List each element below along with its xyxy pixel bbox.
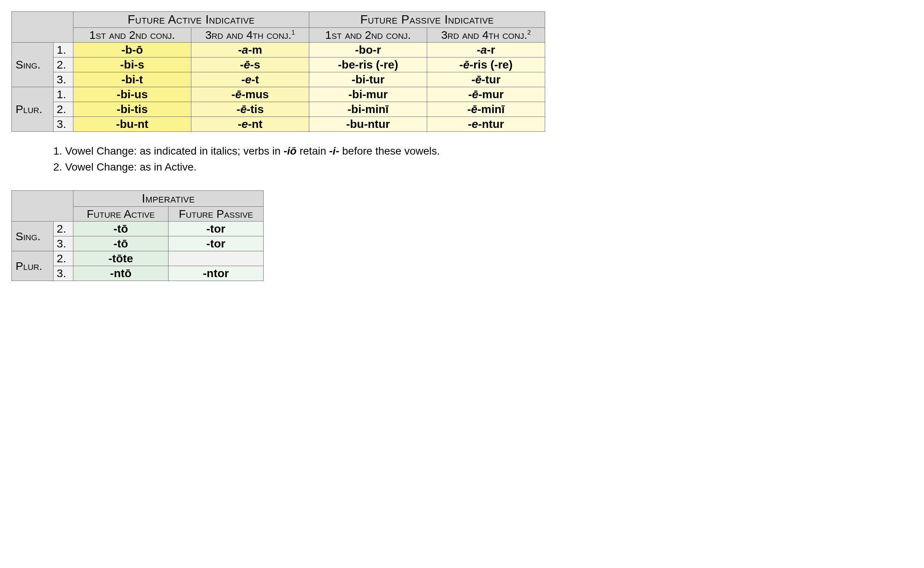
person-num: 3. xyxy=(54,266,73,281)
cell-passive-12: -bi-tur xyxy=(309,72,427,87)
imperative-table: Imperative Future Active Future Passive … xyxy=(11,190,264,281)
subheader-passive-34: 3rd and 4th conj.2 xyxy=(427,28,545,43)
cell-active-12: -bi-s xyxy=(73,57,191,72)
cell-imp-passive: -ntor xyxy=(169,266,264,281)
cell-imp-active: -tō xyxy=(73,222,169,236)
cell-passive-12: -bi-mur xyxy=(309,87,427,102)
row-plur-2: Plur. 2. -tōte xyxy=(12,251,264,266)
side-plur: Plur. xyxy=(12,87,54,132)
subheader-active-12: 1st and 2nd conj. xyxy=(73,28,191,43)
cell-passive-34: -ē-mur xyxy=(427,87,545,102)
cell-active-12: -bi-us xyxy=(73,87,191,102)
cell-imp-active: -ntō xyxy=(73,266,169,281)
cell-imp-passive: -tor xyxy=(169,236,264,251)
cell-active-34: -ē-s xyxy=(191,57,309,72)
row-sing-1: Sing. 1. -b-ō -a-m -bo-r -a-r xyxy=(12,43,545,57)
row-plur-3: 3. -bu-nt -e-nt -bu-ntur -e-ntur xyxy=(12,117,545,132)
subheader-passive-12: 1st and 2nd conj. xyxy=(309,28,427,43)
cell-passive-12: -bi-minī xyxy=(309,102,427,117)
header-passive: Future Passive Indicative xyxy=(309,12,545,28)
future-indicative-table: Future Active Indicative Future Passive … xyxy=(11,11,545,132)
row-sing-2: 2. -bi-s -ē-s -be-ris (-re) -ē-ris (-re) xyxy=(12,57,545,72)
cell-passive-12: -bo-r xyxy=(309,43,427,57)
person-num: 2. xyxy=(54,102,73,117)
cell-imp-passive: -tor xyxy=(169,222,264,236)
cell-passive-12: -be-ris (-re) xyxy=(309,57,427,72)
footnotes: 1. Vowel Change: as indicated in italics… xyxy=(53,143,913,175)
cell-active-12: -b-ō xyxy=(73,43,191,57)
person-num: 2. xyxy=(54,57,73,72)
row-sing-2: Sing. 2. -tō -tor xyxy=(12,222,264,236)
header-active: Future Active Indicative xyxy=(73,12,309,28)
cell-active-12: -bi-tis xyxy=(73,102,191,117)
person-num: 1. xyxy=(54,43,73,57)
cell-passive-34: -a-r xyxy=(427,43,545,57)
cell-active-34: -ē-tis xyxy=(191,102,309,117)
subheader-imp-passive: Future Passive xyxy=(169,207,264,222)
footnote-1: 1. Vowel Change: as indicated in italics… xyxy=(53,143,913,159)
cell-imp-active: -tō xyxy=(73,236,169,251)
person-num: 3. xyxy=(54,117,73,132)
side-sing: Sing. xyxy=(12,43,54,87)
cell-passive-34: -ē-tur xyxy=(427,72,545,87)
cell-passive-34: -ē-minī xyxy=(427,102,545,117)
subheader-active-34: 3rd and 4th conj.1 xyxy=(191,28,309,43)
footnote-2: 2. Vowel Change: as in Active. xyxy=(53,159,913,175)
subheader-imp-active: Future Active xyxy=(73,207,169,222)
cell-active-34: -ē-mus xyxy=(191,87,309,102)
cell-passive-34: -ē-ris (-re) xyxy=(427,57,545,72)
cell-passive-12: -bu-ntur xyxy=(309,117,427,132)
cell-passive-34: -e-ntur xyxy=(427,117,545,132)
cell-imp-active: -tōte xyxy=(73,251,169,266)
cell-active-34: -e-t xyxy=(191,72,309,87)
person-num: 3. xyxy=(54,236,73,251)
cell-active-12: -bu-nt xyxy=(73,117,191,132)
row-plur-1: Plur. 1. -bi-us -ē-mus -bi-mur -ē-mur xyxy=(12,87,545,102)
corner-blank xyxy=(12,191,73,222)
row-plur-2: 2. -bi-tis -ē-tis -bi-minī -ē-minī xyxy=(12,102,545,117)
cell-active-34: -a-m xyxy=(191,43,309,57)
side-sing: Sing. xyxy=(12,222,54,251)
person-num: 2. xyxy=(54,251,73,266)
corner-blank xyxy=(12,12,73,43)
cell-imp-passive-empty xyxy=(169,251,264,266)
cell-active-12: -bi-t xyxy=(73,72,191,87)
person-num: 2. xyxy=(54,222,73,236)
cell-active-34: -e-nt xyxy=(191,117,309,132)
person-num: 1. xyxy=(54,87,73,102)
side-plur: Plur. xyxy=(12,251,54,281)
header-imperative: Imperative xyxy=(73,191,264,207)
person-num: 3. xyxy=(54,72,73,87)
row-sing-3: 3. -bi-t -e-t -bi-tur -ē-tur xyxy=(12,72,545,87)
